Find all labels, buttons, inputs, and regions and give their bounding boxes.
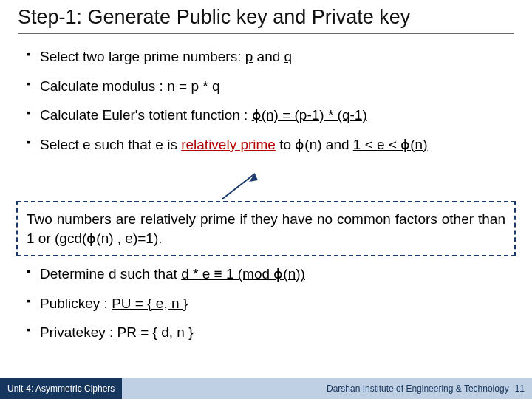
bullet-3: Calculate Euler's totient function : ϕ(n… <box>40 106 505 125</box>
eq-d: d * e ≡ 1 (mod ϕ(n)) <box>181 266 305 282</box>
bullet-list-top: Select two large prime numbers: p and q … <box>0 34 532 154</box>
text: Determine d such that <box>40 266 181 282</box>
text: Select two large prime numbers: <box>40 49 245 64</box>
text: Privatekey : <box>40 324 117 340</box>
text: to ϕ(n) and <box>276 137 353 152</box>
callout-text: Two numbers are relatively prime if they… <box>27 211 505 246</box>
text: Select e such that e is <box>40 137 181 152</box>
var-p: p <box>245 49 253 64</box>
eq-n: n = p * q <box>167 78 219 94</box>
footer: Unit-4: Asymmetric Ciphers Darshan Insti… <box>0 378 532 399</box>
eq-pr: PR = { d, n } <box>117 324 194 340</box>
page-number: 11 <box>515 383 525 394</box>
text: and <box>253 49 284 64</box>
text: Calculate modulus : <box>40 78 167 94</box>
eq-phi: ϕ(n) = (p-1) * (q-1) <box>252 107 367 123</box>
slide: { "title": "Step-1: Generate Public key … <box>0 0 532 399</box>
bullet-2: Calculate modulus : n = p * q <box>40 77 505 96</box>
range-e: 1 < e < ϕ(n) <box>353 137 428 152</box>
svg-marker-1 <box>249 174 258 182</box>
slide-title: Step-1: Generate Public key and Private … <box>18 6 514 29</box>
eq-pu: PU = { e, n } <box>112 296 188 311</box>
var-q: q <box>284 49 293 64</box>
bullet-6: Publickey : PU = { e, n } <box>40 294 505 313</box>
bullet-5: Determine d such that d * e ≡ 1 (mod ϕ(n… <box>40 265 505 284</box>
bullet-1: Select two large prime numbers: p and q <box>40 47 505 66</box>
footer-left: Unit-4: Asymmetric Ciphers <box>0 378 122 399</box>
callout-box: Two numbers are relatively prime if they… <box>16 201 516 256</box>
relatively-prime: relatively prime <box>181 137 276 152</box>
footer-right: Darshan Institute of Engineering & Techn… <box>122 378 532 399</box>
title-wrap: Step-1: Generate Public key and Private … <box>0 0 532 33</box>
bullet-4: Select e such that e is relatively prime… <box>40 135 505 154</box>
bullet-7: Privatekey : PR = { d, n } <box>40 323 505 342</box>
text: Calculate Euler's totient function : <box>40 107 252 123</box>
svg-line-0 <box>222 174 255 200</box>
bullet-list-bottom: Determine d such that d * e ≡ 1 (mod ϕ(n… <box>0 253 532 352</box>
text: Publickey : <box>40 296 112 311</box>
footer-institute: Darshan Institute of Engineering & Techn… <box>327 383 509 394</box>
